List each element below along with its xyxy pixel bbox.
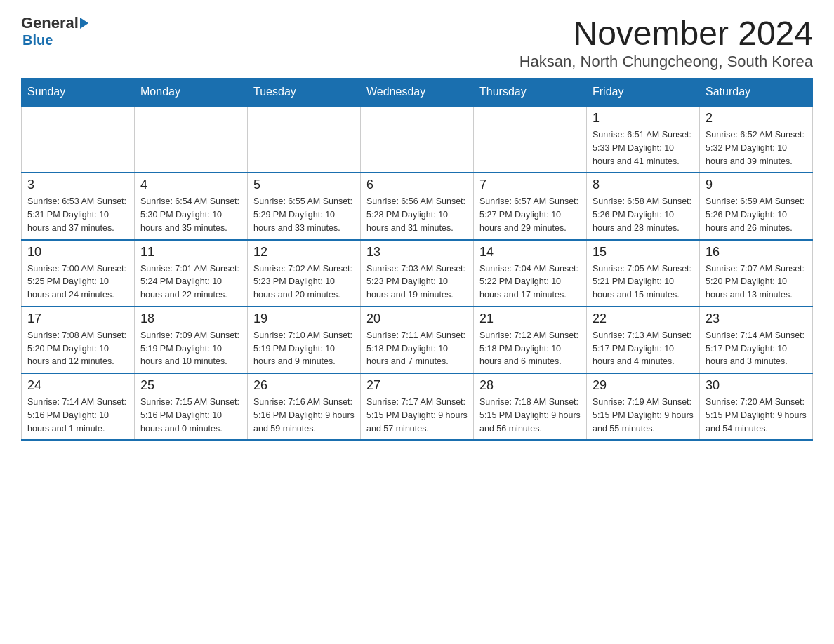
location-title: Haksan, North Chungcheong, South Korea — [519, 53, 813, 71]
month-title: November 2024 — [519, 14, 813, 53]
weekday-header-sunday: Sunday — [22, 79, 135, 107]
day-number: 30 — [706, 378, 807, 393]
weekday-header-wednesday: Wednesday — [361, 79, 474, 107]
day-info: Sunrise: 7:18 AM Sunset: 5:15 PM Dayligh… — [479, 396, 581, 435]
day-number: 11 — [140, 245, 241, 260]
calendar: SundayMondayTuesdayWednesdayThursdayFrid… — [21, 78, 813, 441]
calendar-cell: 9Sunrise: 6:59 AM Sunset: 5:26 PM Daylig… — [700, 173, 813, 239]
logo-general-text: General — [21, 14, 79, 32]
day-number: 20 — [366, 311, 468, 326]
day-info: Sunrise: 6:57 AM Sunset: 5:27 PM Dayligh… — [479, 195, 581, 234]
calendar-cell — [135, 106, 248, 173]
day-number: 10 — [27, 245, 128, 260]
day-number: 23 — [706, 311, 807, 326]
calendar-cell — [474, 106, 587, 173]
day-info: Sunrise: 7:08 AM Sunset: 5:20 PM Dayligh… — [27, 329, 128, 368]
day-info: Sunrise: 7:17 AM Sunset: 5:15 PM Dayligh… — [366, 396, 468, 435]
calendar-cell: 2Sunrise: 6:52 AM Sunset: 5:32 PM Daylig… — [700, 106, 813, 173]
day-info: Sunrise: 7:03 AM Sunset: 5:23 PM Dayligh… — [366, 262, 468, 302]
calendar-cell: 24Sunrise: 7:14 AM Sunset: 5:16 PM Dayli… — [22, 373, 135, 440]
weekday-header-thursday: Thursday — [474, 79, 587, 107]
calendar-cell: 26Sunrise: 7:16 AM Sunset: 5:16 PM Dayli… — [248, 373, 361, 440]
calendar-cell: 16Sunrise: 7:07 AM Sunset: 5:20 PM Dayli… — [700, 240, 813, 307]
day-number: 29 — [593, 378, 694, 393]
day-info: Sunrise: 7:20 AM Sunset: 5:15 PM Dayligh… — [706, 396, 807, 435]
day-info: Sunrise: 7:14 AM Sunset: 5:16 PM Dayligh… — [27, 396, 128, 435]
calendar-cell: 20Sunrise: 7:11 AM Sunset: 5:18 PM Dayli… — [361, 307, 474, 373]
day-info: Sunrise: 7:13 AM Sunset: 5:17 PM Dayligh… — [593, 329, 694, 368]
calendar-cell — [248, 106, 361, 173]
day-info: Sunrise: 7:04 AM Sunset: 5:22 PM Dayligh… — [479, 262, 581, 302]
calendar-cell: 8Sunrise: 6:58 AM Sunset: 5:26 PM Daylig… — [587, 173, 700, 239]
weekday-header-row: SundayMondayTuesdayWednesdayThursdayFrid… — [22, 79, 813, 107]
day-number: 28 — [479, 378, 581, 393]
day-info: Sunrise: 7:11 AM Sunset: 5:18 PM Dayligh… — [366, 329, 468, 368]
day-number: 1 — [593, 111, 694, 126]
day-number: 24 — [27, 378, 128, 393]
calendar-cell: 12Sunrise: 7:02 AM Sunset: 5:23 PM Dayli… — [248, 240, 361, 307]
calendar-week-5: 24Sunrise: 7:14 AM Sunset: 5:16 PM Dayli… — [22, 373, 813, 440]
day-info: Sunrise: 7:10 AM Sunset: 5:19 PM Dayligh… — [253, 329, 355, 368]
logo-arrow-icon — [80, 18, 88, 29]
day-number: 21 — [479, 311, 581, 326]
calendar-cell: 17Sunrise: 7:08 AM Sunset: 5:20 PM Dayli… — [22, 307, 135, 373]
day-info: Sunrise: 6:58 AM Sunset: 5:26 PM Dayligh… — [593, 195, 694, 234]
day-info: Sunrise: 7:00 AM Sunset: 5:25 PM Dayligh… — [27, 262, 128, 302]
title-area: November 2024 Haksan, North Chungcheong,… — [519, 14, 813, 71]
header: General Blue November 2024 Haksan, North… — [21, 14, 813, 71]
day-info: Sunrise: 7:05 AM Sunset: 5:21 PM Dayligh… — [593, 262, 694, 302]
day-info: Sunrise: 7:07 AM Sunset: 5:20 PM Dayligh… — [706, 262, 807, 302]
calendar-cell: 22Sunrise: 7:13 AM Sunset: 5:17 PM Dayli… — [587, 307, 700, 373]
calendar-week-3: 10Sunrise: 7:00 AM Sunset: 5:25 PM Dayli… — [22, 240, 813, 307]
calendar-cell: 28Sunrise: 7:18 AM Sunset: 5:15 PM Dayli… — [474, 373, 587, 440]
day-number: 6 — [366, 177, 468, 192]
day-number: 18 — [140, 311, 241, 326]
logo-area: General Blue — [21, 14, 88, 48]
calendar-cell: 1Sunrise: 6:51 AM Sunset: 5:33 PM Daylig… — [587, 106, 700, 173]
day-info: Sunrise: 6:53 AM Sunset: 5:31 PM Dayligh… — [27, 195, 128, 234]
day-info: Sunrise: 6:52 AM Sunset: 5:32 PM Dayligh… — [706, 128, 807, 168]
day-number: 27 — [366, 378, 468, 393]
calendar-week-2: 3Sunrise: 6:53 AM Sunset: 5:31 PM Daylig… — [22, 173, 813, 239]
day-info: Sunrise: 6:56 AM Sunset: 5:28 PM Dayligh… — [366, 195, 468, 234]
weekday-header-tuesday: Tuesday — [248, 79, 361, 107]
day-info: Sunrise: 6:59 AM Sunset: 5:26 PM Dayligh… — [706, 195, 807, 234]
calendar-cell: 15Sunrise: 7:05 AM Sunset: 5:21 PM Dayli… — [587, 240, 700, 307]
calendar-cell: 23Sunrise: 7:14 AM Sunset: 5:17 PM Dayli… — [700, 307, 813, 373]
calendar-cell — [22, 106, 135, 173]
calendar-cell — [361, 106, 474, 173]
day-number: 12 — [253, 245, 355, 260]
calendar-cell: 29Sunrise: 7:19 AM Sunset: 5:15 PM Dayli… — [587, 373, 700, 440]
calendar-cell: 11Sunrise: 7:01 AM Sunset: 5:24 PM Dayli… — [135, 240, 248, 307]
calendar-cell: 13Sunrise: 7:03 AM Sunset: 5:23 PM Dayli… — [361, 240, 474, 307]
day-number: 8 — [593, 177, 694, 192]
calendar-cell: 19Sunrise: 7:10 AM Sunset: 5:19 PM Dayli… — [248, 307, 361, 373]
weekday-header-friday: Friday — [587, 79, 700, 107]
calendar-cell: 18Sunrise: 7:09 AM Sunset: 5:19 PM Dayli… — [135, 307, 248, 373]
calendar-week-1: 1Sunrise: 6:51 AM Sunset: 5:33 PM Daylig… — [22, 106, 813, 173]
day-number: 25 — [140, 378, 241, 393]
day-info: Sunrise: 7:16 AM Sunset: 5:16 PM Dayligh… — [253, 396, 355, 435]
calendar-week-4: 17Sunrise: 7:08 AM Sunset: 5:20 PM Dayli… — [22, 307, 813, 373]
weekday-header-saturday: Saturday — [700, 79, 813, 107]
day-info: Sunrise: 6:51 AM Sunset: 5:33 PM Dayligh… — [593, 128, 694, 168]
day-info: Sunrise: 7:01 AM Sunset: 5:24 PM Dayligh… — [140, 262, 241, 302]
day-info: Sunrise: 7:02 AM Sunset: 5:23 PM Dayligh… — [253, 262, 355, 302]
day-number: 5 — [253, 177, 355, 192]
day-info: Sunrise: 7:09 AM Sunset: 5:19 PM Dayligh… — [140, 329, 241, 368]
day-info: Sunrise: 7:15 AM Sunset: 5:16 PM Dayligh… — [140, 396, 241, 435]
calendar-cell: 4Sunrise: 6:54 AM Sunset: 5:30 PM Daylig… — [135, 173, 248, 239]
day-number: 14 — [479, 245, 581, 260]
calendar-cell: 7Sunrise: 6:57 AM Sunset: 5:27 PM Daylig… — [474, 173, 587, 239]
logo-blue-text: Blue — [22, 32, 53, 48]
day-number: 19 — [253, 311, 355, 326]
day-info: Sunrise: 6:54 AM Sunset: 5:30 PM Dayligh… — [140, 195, 241, 234]
calendar-cell: 14Sunrise: 7:04 AM Sunset: 5:22 PM Dayli… — [474, 240, 587, 307]
day-number: 17 — [27, 311, 128, 326]
day-number: 15 — [593, 245, 694, 260]
calendar-cell: 27Sunrise: 7:17 AM Sunset: 5:15 PM Dayli… — [361, 373, 474, 440]
day-info: Sunrise: 7:19 AM Sunset: 5:15 PM Dayligh… — [593, 396, 694, 435]
calendar-cell: 21Sunrise: 7:12 AM Sunset: 5:18 PM Dayli… — [474, 307, 587, 373]
day-number: 22 — [593, 311, 694, 326]
calendar-cell: 25Sunrise: 7:15 AM Sunset: 5:16 PM Dayli… — [135, 373, 248, 440]
